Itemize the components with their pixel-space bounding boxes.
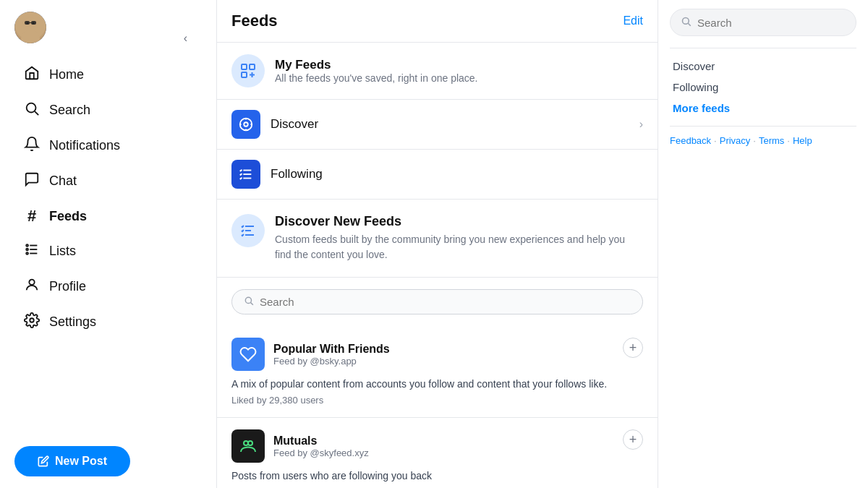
feed-card-popular-header: Popular With Friends Feed by @bsky.app +	[231, 338, 643, 371]
svg-point-1	[21, 30, 40, 43]
right-footer: Feedback · Privacy · Terms · Help	[670, 135, 856, 146]
my-feeds-description: All the feeds you've saved, right in one…	[275, 72, 478, 84]
svg-point-39	[683, 18, 689, 25]
svg-point-22	[240, 119, 252, 131]
popular-feed-likes: Liked by 29,380 users	[231, 395, 643, 406]
footer-sep-2: ·	[753, 135, 756, 146]
main-search-container	[231, 289, 643, 314]
mutuals-feed-info: Mutuals Feed by @skyfeed.xyz	[273, 435, 369, 458]
left-sidebar: ‹ Home Search Notifications Chat	[0, 0, 217, 488]
feed-card-popular: Popular With Friends Feed by @bsky.app +…	[217, 326, 658, 418]
svg-line-8	[35, 111, 38, 115]
svg-point-34	[245, 297, 251, 303]
my-feeds-icon	[231, 54, 265, 87]
edit-button[interactable]: Edit	[623, 14, 643, 27]
sidebar-item-feeds-label: Feeds	[49, 209, 87, 224]
svg-point-16	[30, 318, 34, 322]
right-nav-following[interactable]: Following	[670, 77, 856, 98]
feed-row-discover[interactable]: Discover ›	[217, 100, 658, 150]
discover-feed-icon	[231, 110, 260, 139]
sidebar-item-home[interactable]: Home	[14, 58, 202, 92]
chevron-right-icon: ›	[639, 118, 643, 131]
right-search-icon	[681, 16, 692, 29]
sidebar-item-settings-label: Settings	[49, 314, 96, 330]
sidebar-item-notifications[interactable]: Notifications	[14, 129, 202, 163]
feed-card-mutuals-left: Mutuals Feed by @skyfeed.xyz	[231, 429, 369, 463]
mutuals-feed-desc: Posts from users who are following you b…	[231, 468, 643, 484]
settings-icon	[23, 312, 41, 332]
feed-card-mutuals: Mutuals Feed by @skyfeed.xyz + Posts fro…	[217, 418, 658, 488]
search-icon	[23, 100, 41, 120]
feed-card-popular-left: Popular With Friends Feed by @bsky.app	[231, 338, 390, 371]
popular-feed-info: Popular With Friends Feed by @bsky.app	[273, 343, 390, 367]
mutuals-add-button[interactable]: +	[623, 429, 643, 450]
home-icon	[23, 65, 41, 85]
feed-card-mutuals-header: Mutuals Feed by @skyfeed.xyz +	[231, 429, 643, 463]
right-search-input[interactable]	[697, 17, 846, 29]
sidebar-item-chat[interactable]: Chat	[14, 164, 202, 198]
my-feeds-text: My Feeds All the feeds you've saved, rig…	[275, 58, 478, 84]
popular-add-button[interactable]: +	[623, 338, 643, 358]
bell-icon	[23, 136, 41, 155]
sidebar-item-lists-label: Lists	[49, 244, 76, 259]
popular-feed-icon	[231, 338, 265, 371]
my-feeds-section[interactable]: My Feeds All the feeds you've saved, rig…	[217, 43, 658, 100]
sidebar-nav: Home Search Notifications Chat # Feeds	[14, 58, 202, 435]
svg-rect-17	[242, 64, 247, 69]
mutuals-feed-by: Feed by @skyfeed.xyz	[273, 448, 369, 458]
feed-row-discover-left: Discover	[231, 110, 318, 139]
svg-rect-5	[31, 21, 36, 25]
footer-feedback-link[interactable]: Feedback	[670, 135, 711, 146]
footer-sep-3: ·	[787, 135, 790, 146]
avatar[interactable]	[14, 12, 46, 43]
collapse-button[interactable]: ‹	[184, 32, 187, 45]
popular-feed-desc: A mix of popular content from accounts y…	[231, 377, 643, 392]
svg-point-10	[26, 249, 28, 251]
svg-point-37	[248, 441, 252, 445]
profile-icon	[23, 277, 41, 296]
right-nav-more-feeds[interactable]: More feeds	[670, 98, 856, 119]
sidebar-item-notifications-label: Notifications	[49, 138, 120, 153]
discover-new-title: Discover New Feeds	[275, 214, 643, 229]
feeds-header: Feeds Edit	[217, 0, 658, 43]
svg-point-11	[26, 252, 28, 254]
footer-terms-link[interactable]: Terms	[759, 135, 784, 146]
feed-row-following-left: Following	[231, 160, 323, 189]
sidebar-item-search[interactable]: Search	[14, 93, 202, 127]
edit-icon	[38, 455, 49, 467]
main-search-input[interactable]	[260, 296, 631, 308]
discover-feed-label: Discover	[271, 117, 318, 132]
footer-help-link[interactable]: Help	[793, 135, 812, 146]
svg-point-23	[244, 122, 248, 127]
new-post-button[interactable]: New Post	[14, 446, 130, 476]
sidebar-item-search-label: Search	[49, 103, 90, 118]
lists-icon	[23, 241, 41, 261]
main-search-icon	[244, 296, 254, 308]
mutuals-feed-icon	[231, 429, 265, 463]
sidebar-item-settings[interactable]: Settings	[14, 305, 202, 339]
feed-row-following[interactable]: Following	[217, 150, 658, 200]
my-feeds-title: My Feeds	[275, 58, 478, 72]
sidebar-item-feeds[interactable]: # Feeds	[14, 200, 202, 233]
svg-point-9	[26, 244, 28, 247]
feeds-title: Feeds	[231, 12, 278, 30]
svg-rect-4	[25, 21, 30, 25]
discover-new-icon	[231, 214, 265, 247]
svg-rect-19	[242, 72, 247, 77]
sidebar-item-lists[interactable]: Lists	[14, 234, 202, 268]
right-nav-discover[interactable]: Discover	[670, 56, 856, 77]
new-post-label: New Post	[55, 455, 107, 468]
right-sidebar: Discover Following More feeds Feedback ·…	[658, 0, 868, 488]
right-search-container	[670, 9, 856, 36]
discover-new-text: Discover New Feeds Custom feeds built by…	[275, 214, 643, 262]
sidebar-item-profile[interactable]: Profile	[14, 270, 202, 304]
footer-privacy-link[interactable]: Privacy	[720, 135, 751, 146]
svg-point-7	[27, 103, 36, 113]
discover-new-section: Discover New Feeds Custom feeds built by…	[217, 200, 658, 278]
feeds-icon: #	[23, 207, 41, 226]
popular-feed-title: Popular With Friends	[273, 343, 390, 356]
svg-line-40	[688, 23, 690, 25]
sidebar-item-profile-label: Profile	[49, 279, 86, 294]
following-feed-label: Following	[271, 167, 323, 181]
mutuals-feed-title: Mutuals	[273, 435, 369, 448]
